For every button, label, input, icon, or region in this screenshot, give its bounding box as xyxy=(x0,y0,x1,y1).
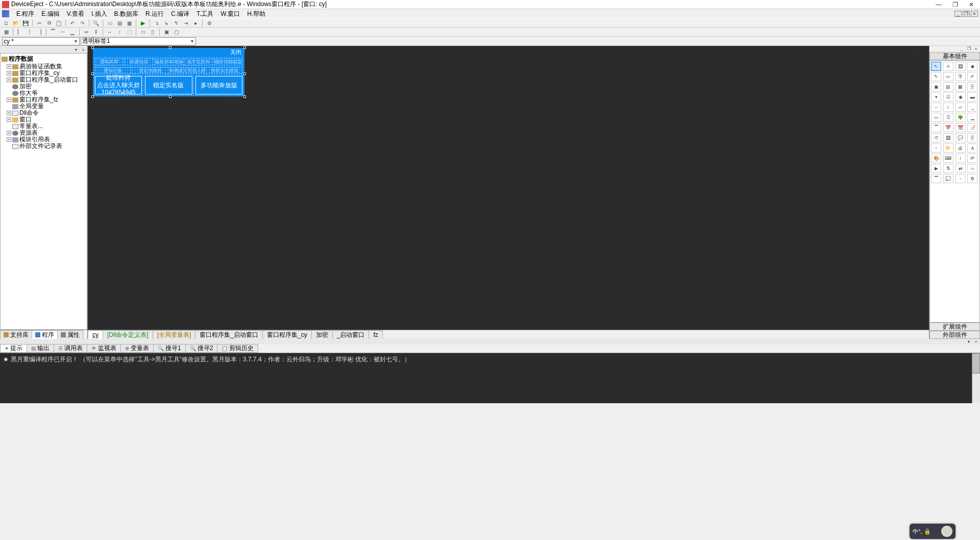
dialog-component-icon[interactable]: 💬 xyxy=(955,133,966,142)
expand-icon[interactable]: + xyxy=(7,111,11,115)
header-component-icon[interactable]: ▔ xyxy=(931,174,941,183)
form-icon[interactable]: ▭ xyxy=(106,19,114,27)
align-bottom-icon[interactable]: ▁ xyxy=(68,28,77,36)
list-component-icon[interactable]: ☰ xyxy=(967,82,977,91)
align-center-icon[interactable]: ┊ xyxy=(26,28,34,36)
palette-tab-external[interactable]: 外部组件 xyxy=(929,331,980,339)
palette-tab-ext[interactable]: 扩展组件 xyxy=(929,323,980,331)
form-button-2[interactable]: 稳定实名版 xyxy=(145,76,192,94)
listview-component-icon[interactable]: ☰ xyxy=(943,113,953,122)
panel-close-icon[interactable]: × xyxy=(973,46,979,51)
new-file-icon[interactable]: 🗋 xyxy=(2,19,10,27)
tab-search2[interactable]: 🔍搜寻2 xyxy=(185,344,218,353)
form-close-label[interactable]: 关闭 xyxy=(230,48,241,56)
slider-component-icon[interactable]: ⎯ xyxy=(967,103,977,112)
same-size-icon[interactable]: ⬚ xyxy=(125,28,133,36)
label-control[interactable]: 成本测成元写适入精例 xyxy=(169,67,206,74)
label-control[interactable]: 新通知兆 xyxy=(125,58,153,65)
char-component-icon[interactable]: 字 xyxy=(955,72,966,81)
label-control[interactable]: 通知记板 xyxy=(95,67,131,74)
tab-monitor[interactable]: 👁监视表 xyxy=(87,344,121,353)
panel-close-icon[interactable]: × xyxy=(922,46,928,51)
tab-cliphistory[interactable]: 📋剪辑历史 xyxy=(217,344,258,353)
minimize-button[interactable]: — xyxy=(935,1,942,8)
center-horiz-icon[interactable]: ▭ xyxy=(139,28,147,36)
vscroll-component-icon[interactable]: ↕ xyxy=(943,103,953,112)
tab-program[interactable]: 程序 xyxy=(32,330,58,339)
mdi-restore-icon[interactable]: ❐ xyxy=(963,11,970,17)
close-button[interactable]: ✕ xyxy=(968,1,975,8)
maximize-button[interactable]: ❐ xyxy=(951,1,959,8)
align-middle-icon[interactable]: ─ xyxy=(59,28,67,36)
breakpoint-icon[interactable]: ● xyxy=(191,19,200,27)
draw-component-icon[interactable]: ✐ xyxy=(967,72,977,81)
step-icon[interactable]: ⇥ xyxy=(182,19,190,27)
ip-component-icon[interactable]: IP xyxy=(967,154,977,163)
control-selector-combo[interactable]: 透明标签1 ▼ xyxy=(81,37,196,45)
dist-vert-icon[interactable]: ⇕ xyxy=(92,28,100,36)
menu-run[interactable]: R.运行 xyxy=(142,10,167,18)
expand-icon[interactable]: + xyxy=(7,78,11,82)
editor-tab-globalvar[interactable]: [全局变量表] xyxy=(153,330,196,339)
menu-database[interactable]: B.数据库 xyxy=(111,10,141,18)
copy-icon[interactable]: ⧉ xyxy=(45,19,53,27)
panel-pin-icon[interactable]: ▾ xyxy=(73,47,79,52)
updown-component-icon[interactable]: ⇅ xyxy=(943,164,953,173)
panel-min-icon[interactable]: _ xyxy=(959,46,965,51)
center-vert-icon[interactable]: ▯ xyxy=(149,28,157,36)
resize-handle[interactable] xyxy=(243,72,246,75)
tab-output[interactable]: ▤输出 xyxy=(27,344,54,353)
font-dialog-icon[interactable]: 𝐀 xyxy=(967,143,977,153)
resize-handle[interactable] xyxy=(91,72,94,75)
expand-icon[interactable]: + xyxy=(7,131,11,135)
label-control[interactable]: 版权所有现场 xyxy=(154,58,183,65)
menu-compile[interactable]: C.编译 xyxy=(168,10,192,18)
align-left-icon[interactable]: ▏ xyxy=(16,28,24,36)
code-icon[interactable]: ▦ xyxy=(125,19,133,27)
resize-handle[interactable] xyxy=(243,95,246,98)
panel-max-icon[interactable]: ❐ xyxy=(966,46,972,51)
misc-component-icon[interactable]: ⚙ xyxy=(967,174,977,183)
form-preview[interactable]: 关闭 通知风帮 新通知兆 版权所有现场 鬼才宽度则 稳咬功能权益 通知记板 查近… xyxy=(93,48,244,96)
popup-component-icon[interactable]: ▫ xyxy=(931,143,941,153)
step-over-icon[interactable]: ↴ xyxy=(153,19,161,27)
menu-component-icon[interactable]: ☰ xyxy=(967,133,977,142)
resize-handle[interactable] xyxy=(169,46,172,49)
imagelist-component-icon[interactable]: 🖼 xyxy=(943,133,953,142)
save-icon[interactable]: 💾 xyxy=(21,19,30,27)
panel-close-icon[interactable]: × xyxy=(80,47,86,52)
expand-icon[interactable]: + xyxy=(7,137,11,142)
scrollbar-thumb[interactable] xyxy=(972,353,980,374)
resize-handle[interactable] xyxy=(91,46,94,49)
edit-component-icon[interactable]: ✎ xyxy=(931,72,941,81)
editor-tab-startwin[interactable]: 窗口程序集_启动窗口 xyxy=(195,330,263,339)
editor-tab-fz[interactable]: fz xyxy=(369,330,382,339)
groupbox-component-icon[interactable]: ▣ xyxy=(931,82,941,91)
expand-icon[interactable]: + xyxy=(7,97,11,102)
tree-item[interactable]: 常量表... xyxy=(2,123,86,130)
dist-horiz-icon[interactable]: ⇔ xyxy=(82,28,90,36)
progressbar-component-icon[interactable]: ▱ xyxy=(955,103,966,112)
paste-icon[interactable]: 📋 xyxy=(55,19,63,27)
picturebox-component-icon[interactable]: 🖼 xyxy=(955,62,966,71)
timer-component-icon[interactable]: ⏱ xyxy=(931,133,941,142)
scrollbar[interactable] xyxy=(972,353,980,403)
panel-menu-icon[interactable]: ▾ xyxy=(915,46,921,51)
label-control[interactable]: 查近功能兆 xyxy=(132,67,168,74)
tree-item[interactable]: 外部文件记录表 xyxy=(2,143,86,150)
editor-tab-cy[interactable]: cy xyxy=(88,330,103,339)
calendar-component-icon[interactable]: 📅 xyxy=(943,123,953,132)
statusbar-component-icon[interactable]: ▁ xyxy=(967,113,977,122)
treeview-component-icon[interactable]: 🌳 xyxy=(955,113,966,122)
output-content[interactable]: ★黑月重编译程序已开启！ （可以在菜单中选择"工具->黑月工具"修改设置。黑月版… xyxy=(0,353,980,403)
bring-front-icon[interactable]: ▣ xyxy=(162,28,170,36)
tree-item[interactable]: 全局变量 xyxy=(2,103,86,110)
print-component-icon[interactable]: 🖨 xyxy=(955,143,966,153)
find-icon[interactable]: 🔍 xyxy=(92,19,100,27)
menu-view[interactable]: V.查看 xyxy=(64,10,87,18)
tab-calltable[interactable]: ☰调用表 xyxy=(54,344,87,353)
richedit-component-icon[interactable]: 📝 xyxy=(967,123,977,132)
checkbox-component-icon[interactable]: ☑ xyxy=(943,92,953,102)
ime-indicator[interactable]: 中°, 🔒 xyxy=(910,524,955,539)
align-right-icon[interactable]: ▕ xyxy=(35,28,43,36)
